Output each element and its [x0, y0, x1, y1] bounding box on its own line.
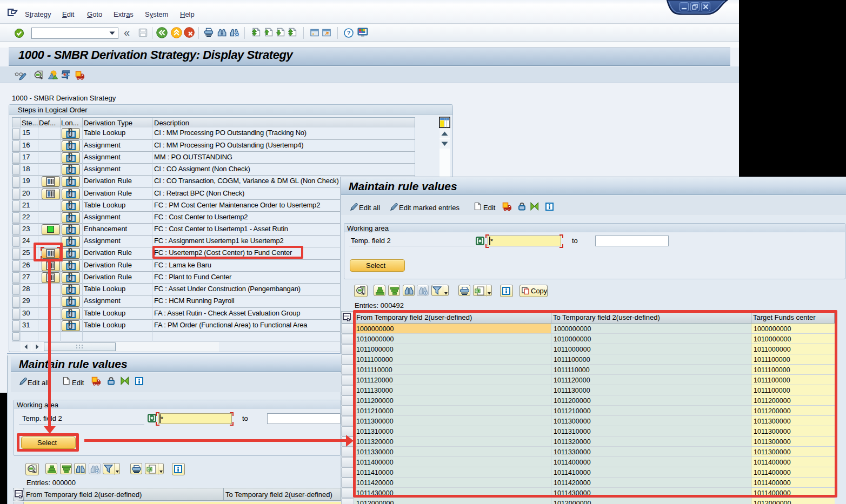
svg-text:?: ? [347, 30, 351, 36]
